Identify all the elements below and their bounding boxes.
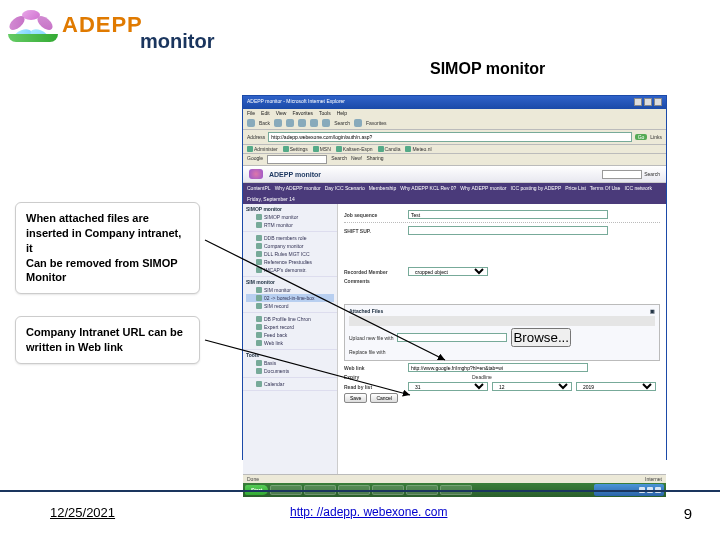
nav-item[interactable]: ICC network (624, 185, 652, 191)
jobseq-label: Job sequence (344, 212, 404, 218)
nav-item[interactable]: ICC posting by ADEPP (510, 185, 561, 191)
weblink-label: Web link (344, 365, 404, 371)
attach-placeholder (349, 316, 655, 326)
nav-item[interactable]: Day ICC Scenario (325, 185, 365, 191)
nav-item[interactable]: ContentPL (247, 185, 271, 191)
ie-addressbar[interactable]: Address Go Links (243, 130, 666, 145)
menu-file[interactable]: File (247, 110, 255, 116)
nav-item[interactable]: Membership (369, 185, 397, 191)
ie-title-text: ADEPP monitor - Microsoft Internet Explo… (247, 98, 345, 107)
ie-menubar[interactable]: File Edit View Favorites Tools Help (243, 109, 666, 117)
field-readby: Read by list 31 12 2019 (344, 382, 660, 391)
weblink-input[interactable] (408, 363, 588, 372)
field-weblink: Web link (344, 363, 660, 372)
collapse-icon[interactable]: ▣ (650, 308, 655, 314)
search-label[interactable]: Search (334, 120, 350, 126)
google-search[interactable]: Search (331, 155, 347, 164)
readby-mm[interactable]: 12 (492, 382, 572, 391)
browse-button[interactable]: Browse... (511, 328, 571, 347)
nav-item[interactable]: Why ADEPP monitor (460, 185, 506, 191)
callout-attached-files: When attached files are inserted in Comp… (15, 202, 200, 294)
menu-view[interactable]: View (276, 110, 287, 116)
favorites-icon[interactable] (354, 119, 362, 127)
comments-label: Comments (344, 278, 404, 284)
ie-window: ADEPP monitor - Microsoft Internet Explo… (242, 95, 667, 460)
go-button[interactable]: Go (635, 134, 648, 140)
back-label[interactable]: Back (259, 120, 270, 126)
menu-favorites[interactable]: Favorites (292, 110, 313, 116)
menu-tools[interactable]: Tools (319, 110, 331, 116)
nav-item[interactable]: Why ADEPP KCL Rev 0? (400, 185, 456, 191)
link-item: Kaltsen-Espn (336, 146, 373, 152)
sidebar-item: SIMOP monitor (246, 213, 334, 221)
app-search-input[interactable] (602, 170, 642, 179)
field-expiry: Expiry Deadline (344, 374, 660, 380)
sidebar-group-title[interactable]: SIMOP monitor (246, 206, 334, 212)
recmem-label: Recorded Member (344, 269, 404, 275)
sidebar-item: Feed back (246, 331, 334, 339)
readby-dd[interactable]: 31 (408, 382, 488, 391)
readby-yy[interactable]: 2019 (576, 382, 656, 391)
link-icon (313, 146, 319, 152)
google-toolbar[interactable]: Google Search New! Sharing (243, 154, 666, 166)
doc-icon (256, 332, 262, 338)
sidebar-item: Basis (246, 359, 334, 367)
ie-linksbar[interactable]: Administer Settings MSN Kaltsen-Espn Can… (243, 145, 666, 154)
doc-icon (256, 340, 262, 346)
google-sharing[interactable]: Sharing (366, 155, 383, 164)
recmem-select[interactable]: cropped object (408, 267, 488, 276)
cancel-button[interactable]: Cancel (370, 393, 398, 403)
field-recorded-member: Recorded Member cropped object (344, 267, 660, 276)
sidebar-item: Reference Prestudies (246, 258, 334, 266)
logo-area: ADEPP (8, 8, 143, 42)
footer-divider (0, 490, 720, 492)
upload-path-input[interactable] (397, 333, 507, 342)
nav-item[interactable]: Terms Of Use (590, 185, 621, 191)
nav-item[interactable]: Why ADEPP monitor (275, 185, 321, 191)
google-input[interactable] (267, 155, 327, 164)
stop-icon[interactable] (286, 119, 294, 127)
sidebar-item: 02 -> bored-in-line-box (246, 294, 334, 302)
sidebar-group-title[interactable]: Tools (246, 352, 334, 358)
addr-input[interactable] (268, 132, 631, 142)
home-icon[interactable] (310, 119, 318, 127)
shift-input[interactable] (408, 226, 608, 235)
refresh-icon[interactable] (298, 119, 306, 127)
attach-title: Attached Files (349, 308, 383, 314)
logo-text: ADEPP (62, 12, 143, 38)
app-nav[interactable]: ContentPL Why ADEPP monitor Day ICC Scen… (243, 183, 666, 204)
menu-help[interactable]: Help (337, 110, 347, 116)
google-new[interactable]: New! (351, 155, 362, 164)
link-item: Administer (247, 146, 278, 152)
menu-edit[interactable]: Edit (261, 110, 270, 116)
link-icon (283, 146, 289, 152)
window-buttons[interactable] (632, 98, 662, 107)
sidebar-item: Company monitor (246, 242, 334, 250)
footer-link[interactable]: http: //adepp. webexone. com (290, 505, 447, 519)
search-icon[interactable] (322, 119, 330, 127)
shift-label: SHIFT SUP. (344, 228, 404, 234)
link-icon (247, 146, 253, 152)
sidebar-item: IMCAP's demonstr. (246, 266, 334, 274)
sidebar-group-title[interactable]: SIM monitor (246, 279, 334, 285)
save-button[interactable]: Save (344, 393, 367, 403)
addr-label: Address (247, 134, 265, 140)
back-icon[interactable] (247, 119, 255, 127)
nav-item[interactable]: Price List (565, 185, 586, 191)
jobseq-input[interactable] (408, 210, 608, 219)
fav-label[interactable]: Favorites (366, 120, 387, 126)
slide-main-title: SIMOP monitor (430, 60, 545, 78)
footer-date: 12/25/2021 (50, 505, 115, 520)
content-pane: Job sequence SHIFT SUP. Recorded Member … (338, 204, 666, 474)
forward-icon[interactable] (274, 119, 282, 127)
google-label: Google (247, 155, 263, 164)
folder-icon (256, 360, 262, 366)
sidebar[interactable]: SIMOP monitor SIMOP monitor RTM monitor … (243, 204, 338, 474)
app-header: ADEPP monitor Search (243, 166, 666, 183)
doc-icon (256, 259, 262, 265)
status-right: Internet (645, 476, 662, 482)
ie-toolbar[interactable]: Back Search Favorites (243, 117, 666, 130)
app-search-btn[interactable]: Search (644, 171, 660, 177)
app-logo-icon (249, 169, 263, 179)
sidebar-item: DLL Rules MGT ICC (246, 250, 334, 258)
